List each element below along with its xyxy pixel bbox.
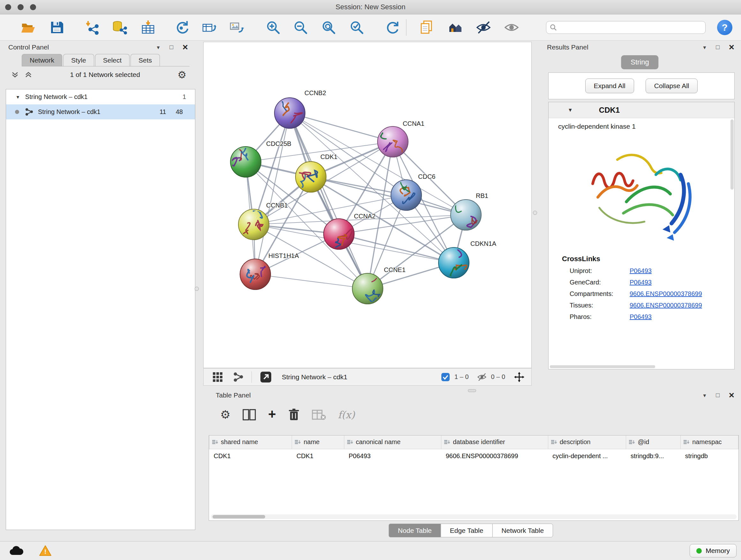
delete-column-trash-icon[interactable] <box>288 408 300 421</box>
edge-CCNB2-CCNE1[interactable] <box>290 113 367 289</box>
help-button[interactable]: ? <box>717 20 732 35</box>
tab-sets[interactable]: Sets <box>131 54 160 66</box>
results-vertical-scrollbar[interactable] <box>731 119 734 190</box>
grid-view-icon[interactable] <box>212 371 223 383</box>
open-session-icon[interactable] <box>20 20 36 35</box>
memory-button[interactable]: Memory <box>690 544 737 557</box>
node-CCNA2[interactable] <box>324 219 354 250</box>
column-header-database-identifier[interactable]: database identifier <box>441 435 548 449</box>
left-splitter-handle[interactable] <box>195 287 199 291</box>
table-options-gear-icon[interactable]: ⚙ <box>220 409 230 421</box>
crosslink-link[interactable]: 9606.ENSP00000378699 <box>630 290 702 298</box>
search-input[interactable] <box>560 23 702 31</box>
edge-CCNB2-HIST1H1A[interactable] <box>255 113 290 274</box>
close-window-button[interactable] <box>5 4 11 10</box>
network-graph[interactable]: CCNB2CCNA1CDC25BCDK1CDC6RB1CCNB1CCNA2CDK… <box>204 42 532 368</box>
cloud-icon[interactable] <box>9 545 23 556</box>
collapse-all-button[interactable]: Collapse All <box>646 78 698 93</box>
crosslink-link[interactable]: P06493 <box>630 313 652 320</box>
gene-collapse-icon[interactable]: ▼ <box>568 107 573 113</box>
network-options-gear-icon[interactable]: ⚙ <box>178 70 186 80</box>
show-columns-icon[interactable] <box>243 408 256 421</box>
column-header-shared-name[interactable]: shared name <box>209 435 292 449</box>
node-label-CDC25B: CDC25B <box>266 140 291 147</box>
panel-menu-icon[interactable]: ▼ <box>156 45 160 50</box>
panel-menu-icon[interactable]: ▼ <box>702 45 707 50</box>
scrollbar-thumb[interactable] <box>212 515 265 518</box>
warning-icon[interactable]: ! <box>39 545 52 557</box>
save-session-icon[interactable] <box>49 20 64 35</box>
network-tree: ▼ String Network – cdk1 1 String Network… <box>6 89 195 530</box>
home-icon[interactable] <box>448 20 463 35</box>
node-CDC6[interactable] <box>391 180 421 210</box>
minimize-window-button[interactable] <box>17 4 23 10</box>
column-header-canonical-name[interactable]: canonical name <box>344 435 441 449</box>
zoom-selected-icon[interactable] <box>349 20 364 35</box>
zoom-out-icon[interactable] <box>293 20 308 35</box>
tab-select[interactable]: Select <box>95 54 130 66</box>
clone-network-icon[interactable] <box>419 20 434 35</box>
node-CDC25B[interactable] <box>230 144 261 178</box>
column-header-description[interactable]: description <box>548 435 626 449</box>
selected-checkbox-icon[interactable] <box>441 373 450 381</box>
add-column-icon[interactable]: + <box>268 408 276 421</box>
network-node-count: 11 <box>159 108 166 116</box>
network-canvas[interactable]: CCNB2CCNA1CDC25BCDK1CDC6RB1CCNB1CCNA2CDK… <box>203 42 532 368</box>
node-CDKN1A[interactable] <box>439 246 469 278</box>
detach-view-icon[interactable] <box>259 371 272 383</box>
table-row[interactable]: CDK1CDK1P064939606.ENSP00000378699cyclin… <box>209 449 738 463</box>
gene-header[interactable]: ▼ CDK1 <box>549 102 734 118</box>
collapse-all-icon[interactable] <box>11 71 19 79</box>
results-horizontal-scrollbar[interactable] <box>550 365 655 368</box>
column-header-@id[interactable]: @id <box>626 435 681 449</box>
cytoscape-window: { "window": { "title": "Session: New Ses… <box>0 0 741 560</box>
tab-network-table[interactable]: Network Table <box>492 523 553 537</box>
pan-crosshair-icon[interactable] <box>514 372 524 382</box>
import-network-database-icon[interactable] <box>112 20 127 35</box>
crosslink-link[interactable]: P06493 <box>630 267 652 274</box>
panel-float-icon[interactable]: □ <box>716 44 719 51</box>
node-CCNB2[interactable] <box>274 98 305 128</box>
import-network-file-icon[interactable] <box>85 20 100 35</box>
tab-style[interactable]: Style <box>63 54 94 66</box>
crosslinks-list: Uniprot:P06493GeneCard:P06493Compartment… <box>549 263 734 320</box>
node-CCNB1[interactable] <box>239 209 269 240</box>
maximize-window-button[interactable] <box>30 4 36 10</box>
right-splitter-handle[interactable] <box>533 211 537 215</box>
table-export-icon[interactable] <box>202 20 217 35</box>
crosslink-label: Compartments: <box>569 290 630 298</box>
node-HIST1H1A[interactable] <box>240 259 271 290</box>
panel-float-icon[interactable]: □ <box>716 392 719 399</box>
panel-menu-icon[interactable]: ▼ <box>702 393 707 398</box>
column-header-name[interactable]: name <box>292 435 344 449</box>
network-collection-row[interactable]: ▼ String Network – cdk1 1 <box>6 89 195 105</box>
network-row[interactable]: String Network – cdk1 11 48 <box>6 105 195 119</box>
node-CCNA1[interactable] <box>378 126 408 157</box>
import-table-icon[interactable] <box>140 20 156 35</box>
panel-close-icon[interactable]: ✕ <box>729 391 735 400</box>
network-from-url-icon[interactable] <box>174 20 190 35</box>
hide-selected-icon[interactable] <box>476 20 491 35</box>
show-all-icon[interactable] <box>504 20 519 35</box>
expand-all-button[interactable]: Expand All <box>585 78 634 93</box>
crosslink-link[interactable]: 9606.ENSP00000378699 <box>630 302 702 309</box>
tab-network[interactable]: Network <box>22 54 62 66</box>
expand-all-icon[interactable] <box>24 71 32 79</box>
tab-string[interactable]: String <box>621 55 658 69</box>
table-horizontal-scrollbar[interactable] <box>211 514 737 519</box>
image-export-icon[interactable] <box>229 20 245 35</box>
tab-node-table[interactable]: Node Table <box>389 523 441 537</box>
edge-HIST1H1A-CCNE1[interactable] <box>255 274 367 289</box>
panel-close-icon[interactable]: ✕ <box>729 43 735 52</box>
tab-edge-table[interactable]: Edge Table <box>441 523 493 537</box>
zoom-fit-icon[interactable] <box>321 20 336 35</box>
panel-close-icon[interactable]: ✕ <box>182 43 188 52</box>
network-view-icon[interactable] <box>233 372 244 382</box>
tree-caret-icon[interactable]: ▼ <box>16 95 20 100</box>
zoom-in-icon[interactable] <box>266 20 281 35</box>
refresh-icon[interactable] <box>385 20 400 35</box>
table-cell: 9606.ENSP00000378699 <box>441 449 548 463</box>
crosslink-link[interactable]: P06493 <box>630 279 652 286</box>
column-header-namespac[interactable]: namespac <box>681 435 738 449</box>
panel-float-icon[interactable]: □ <box>170 44 173 51</box>
